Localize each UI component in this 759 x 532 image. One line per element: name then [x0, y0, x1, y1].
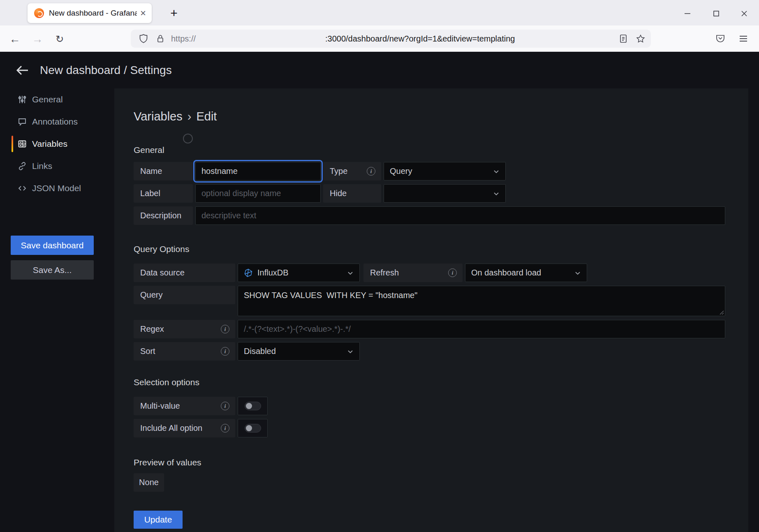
- general-section-heading: General: [134, 145, 164, 155]
- influxdb-icon: [244, 268, 253, 278]
- hamburger-menu-icon[interactable]: [738, 34, 748, 44]
- save-as-button[interactable]: Save As...: [11, 260, 94, 280]
- sort-label: Sort i: [134, 342, 235, 361]
- refresh-label: Refresh i: [363, 264, 463, 282]
- code-brackets-icon: [18, 184, 27, 193]
- label-input[interactable]: [195, 184, 321, 203]
- browser-reload-button[interactable]: ↻: [52, 31, 67, 47]
- window-close-button[interactable]: [734, 7, 754, 20]
- sidebar-item-label: JSON Model: [32, 183, 81, 193]
- url-text: :3000/dashboard/new?orgId=1&editview=tem…: [325, 34, 515, 44]
- update-button[interactable]: Update: [134, 511, 183, 529]
- bookmark-star-icon[interactable]: [636, 34, 646, 44]
- label-label: Label: [134, 184, 193, 203]
- chevron-down-icon: [574, 270, 581, 276]
- info-icon[interactable]: i: [221, 325, 229, 333]
- resize-grip-icon[interactable]: [718, 309, 724, 315]
- tab-strip: New dashboard - Grafana × +: [0, 0, 759, 25]
- info-icon[interactable]: i: [367, 167, 375, 176]
- sidebar-item-label: General: [32, 95, 63, 104]
- hide-select[interactable]: [384, 184, 506, 203]
- info-icon[interactable]: i: [221, 402, 229, 410]
- sidebar-item-label: Variables: [32, 139, 67, 149]
- info-icon[interactable]: i: [221, 347, 229, 356]
- sidebar-item-links[interactable]: Links: [0, 155, 114, 177]
- selection-options-heading: Selection options: [134, 377, 199, 387]
- name-label: Name: [134, 162, 193, 180]
- include-all-label: Include All option i: [134, 419, 235, 437]
- variable-form: Name Type i Query Label Hide: [134, 162, 725, 529]
- grafana-page: New dashboard / Settings General Annotat…: [0, 52, 759, 532]
- reader-view-icon[interactable]: [619, 34, 627, 44]
- info-icon[interactable]: i: [448, 268, 457, 277]
- description-label: Description: [134, 206, 193, 225]
- toggle-knob: [246, 403, 252, 409]
- type-select[interactable]: Query: [384, 162, 506, 180]
- browser-toolbar: ← → ↻ https:// :3000/dashboard/new?orgId…: [0, 25, 759, 52]
- query-options-heading: Query Options: [134, 244, 189, 254]
- sidebar-item-label: Annotations: [32, 117, 78, 127]
- browser-forward-button[interactable]: →: [30, 31, 45, 47]
- chevron-down-icon: [493, 190, 500, 197]
- back-arrow-button[interactable]: [14, 62, 31, 79]
- refresh-select[interactable]: On dashboard load: [465, 264, 587, 282]
- window-maximize-button[interactable]: [706, 7, 726, 20]
- browser-chrome: New dashboard - Grafana × + ← → ↻ https:…: [0, 0, 759, 52]
- save-dashboard-button[interactable]: Save dashboard: [11, 236, 94, 255]
- data-source-select[interactable]: InfluxDB: [238, 264, 360, 282]
- data-source-label: Data source: [134, 264, 235, 282]
- active-indicator: [12, 136, 13, 152]
- multi-value-toggle[interactable]: [238, 397, 268, 415]
- loading-spinner: [183, 134, 193, 143]
- preview-heading: Preview of values: [134, 458, 201, 467]
- info-icon[interactable]: i: [221, 424, 229, 433]
- query-textarea[interactable]: SHOW TAG VALUES WITH KEY = "hostname": [238, 286, 725, 316]
- lock-icon[interactable]: [156, 34, 164, 44]
- regex-input[interactable]: [238, 320, 725, 338]
- breadcrumb-section: Variables: [134, 110, 183, 123]
- browser-tab[interactable]: New dashboard - Grafana ×: [28, 3, 152, 23]
- pocket-icon[interactable]: [715, 34, 725, 44]
- settings-content-panel: Variables›Edit General Name Type i Query…: [114, 88, 748, 532]
- preview-none-chip: None: [134, 473, 164, 492]
- breadcrumb-page: Edit: [196, 110, 217, 123]
- tab-title: New dashboard - Grafana: [49, 9, 137, 18]
- chevron-down-icon: [493, 168, 500, 175]
- type-label: Type i: [323, 162, 381, 180]
- comment-icon: [18, 117, 27, 126]
- sliders-icon: [18, 95, 27, 104]
- sidebar-item-variables[interactable]: Variables: [0, 133, 114, 155]
- sidebar-item-json-model[interactable]: JSON Model: [0, 177, 114, 199]
- sidebar-item-general[interactable]: General: [0, 88, 114, 111]
- toggle-track: [245, 424, 261, 433]
- tab-close-icon[interactable]: ×: [140, 8, 146, 18]
- breadcrumb-separator: ›: [187, 110, 192, 123]
- new-tab-button[interactable]: +: [166, 5, 182, 21]
- tracking-shield-icon[interactable]: [139, 34, 148, 44]
- link-icon: [18, 162, 27, 171]
- multi-value-label: Multi-value i: [134, 397, 235, 415]
- sort-select[interactable]: Disabled: [238, 342, 360, 361]
- grafana-favicon: [34, 8, 44, 18]
- variables-icon: [18, 139, 27, 148]
- sidebar-item-label: Links: [32, 161, 52, 171]
- breadcrumb: Variables›Edit: [134, 110, 725, 123]
- include-all-toggle[interactable]: [238, 419, 268, 437]
- page-title: New dashboard / Settings: [40, 64, 172, 77]
- settings-header: New dashboard / Settings: [0, 52, 759, 88]
- toggle-knob: [246, 425, 252, 431]
- settings-sidebar: General Annotations Variables: [0, 88, 114, 532]
- query-label: Query: [134, 286, 235, 304]
- description-input[interactable]: [195, 206, 725, 225]
- url-protocol: https://: [171, 34, 196, 44]
- sidebar-item-annotations[interactable]: Annotations: [0, 111, 114, 133]
- toggle-track: [245, 402, 261, 410]
- chevron-down-icon: [347, 348, 354, 355]
- regex-label: Regex i: [134, 320, 235, 338]
- url-bar[interactable]: https:// :3000/dashboard/new?orgId=1&edi…: [131, 30, 651, 48]
- browser-back-button[interactable]: ←: [7, 31, 23, 47]
- name-input[interactable]: [195, 162, 321, 180]
- window-minimize-button[interactable]: [678, 7, 697, 20]
- hide-label: Hide: [323, 184, 381, 203]
- chevron-down-icon: [347, 270, 354, 276]
